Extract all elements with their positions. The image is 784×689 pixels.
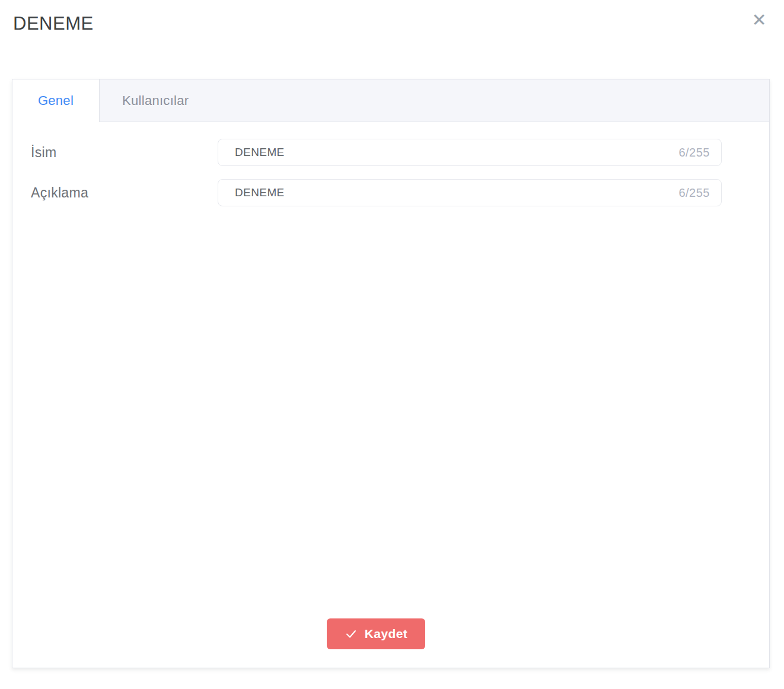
page-header: DENEME ✕ — [0, 0, 784, 65]
tab-kullanicilar[interactable]: Kullanıcılar — [100, 79, 189, 122]
tab-bar: Genel Kullanıcılar — [12, 79, 769, 122]
page-title: DENEME — [13, 13, 94, 34]
tab-panel-genel: İsim 6/255 Açıklama 6/255 Kaydet — [12, 122, 769, 668]
isim-label: İsim — [30, 145, 218, 161]
tab-genel[interactable]: Genel — [12, 79, 100, 122]
save-button[interactable]: Kaydet — [327, 618, 425, 649]
close-icon[interactable]: ✕ — [750, 11, 769, 30]
content-spacer — [30, 219, 722, 618]
aciklama-input[interactable] — [218, 179, 722, 206]
check-icon — [345, 627, 358, 640]
isim-field-container: 6/255 — [218, 139, 722, 166]
modal-panel: Genel Kullanıcılar İsim 6/255 Açıklama 6… — [12, 79, 770, 668]
panel-footer: Kaydet — [30, 618, 722, 668]
isim-input[interactable] — [218, 139, 722, 166]
isim-form-row: İsim 6/255 — [30, 139, 722, 166]
aciklama-label: Açıklama — [30, 185, 218, 201]
tab-bar-filler: Kullanıcılar — [100, 79, 769, 122]
save-button-label: Kaydet — [365, 627, 407, 641]
aciklama-form-row: Açıklama 6/255 — [30, 179, 722, 206]
aciklama-field-container: 6/255 — [218, 179, 722, 206]
